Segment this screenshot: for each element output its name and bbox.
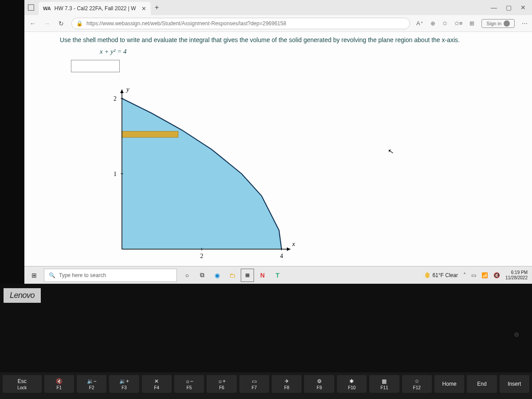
key-f8[interactable]: ✈F8 [272, 375, 301, 393]
nav-back-button[interactable]: ← [29, 20, 37, 27]
cortana-icon[interactable]: ○ [180, 269, 194, 282]
x-tick-2: 2 [200, 253, 203, 259]
window-maximize-button[interactable]: ▢ [506, 4, 512, 11]
nav-forward-button[interactable]: → [43, 20, 51, 27]
read-aloud-icon[interactable]: A⁺ [416, 20, 423, 27]
shell-strip [122, 131, 178, 137]
signin-label: Sign in [486, 21, 501, 26]
zoom-icon[interactable]: ⊕ [430, 20, 435, 27]
tab-title: HW 7.3 - Cal2 22FA, Fall 2022 | W [55, 5, 136, 12]
y-tick-2: 2 [113, 95, 117, 102]
key-home[interactable]: Home [434, 375, 464, 393]
taskbar-search[interactable]: 🔍 Type here to search [44, 269, 177, 282]
clock-date: 11/28/2022 [505, 275, 528, 281]
moon-icon [423, 272, 430, 278]
x-axis-arrow [287, 247, 290, 251]
url-text: https://www.webassign.net/web/Student/As… [86, 20, 286, 27]
key-f9[interactable]: ⚙F9 [304, 375, 334, 393]
mouse-cursor-icon: ↖ [387, 147, 394, 156]
key-esc-label: Esc [18, 378, 27, 384]
lock-icon: 🔒 [76, 20, 83, 27]
taskbar-clock[interactable]: 6:19 PM 11/28/2022 [505, 270, 528, 281]
webcam-indicator [514, 332, 519, 337]
new-tab-button[interactable]: + [151, 1, 163, 14]
y-axis-arrow [120, 90, 124, 93]
windows-taskbar: ⊞ 🔍 Type here to search ○ ⧉ ◉ 🗀 ▦ N T 61… [24, 266, 532, 284]
ms-store-icon[interactable]: ▦ [241, 269, 254, 282]
tab-favicon: WA [43, 6, 51, 11]
key-lock-label: Lock [17, 385, 27, 390]
nav-reload-button[interactable]: ↻ [57, 20, 65, 27]
wifi-icon[interactable]: 📶 [481, 272, 488, 278]
shaded-region [122, 98, 282, 249]
answer-input[interactable] [71, 60, 120, 72]
battery-icon[interactable]: ▭ [471, 272, 476, 278]
key-f12[interactable]: ☆F12 [402, 375, 432, 393]
window-minimize-button[interactable]: — [491, 4, 497, 11]
key-f6[interactable]: ☼+F6 [207, 375, 236, 393]
task-view-icon[interactable]: ⧉ [196, 269, 209, 282]
key-f11[interactable]: ▦F11 [369, 375, 399, 393]
laptop-brand-badge: Lenovo [4, 288, 41, 303]
app-n-icon[interactable]: N [256, 269, 269, 282]
key-f7[interactable]: ▭F7 [239, 375, 269, 393]
key-insert[interactable]: Insert [500, 375, 529, 393]
volume-mute-icon[interactable]: 🔇 [493, 272, 500, 278]
tray-chevron-icon[interactable]: ˄ [463, 272, 466, 278]
monitor-screen: WA HW 7.3 - Cal2 22FA, Fall 2022 | W ✕ +… [24, 0, 532, 284]
key-f5[interactable]: ☼−F5 [174, 375, 204, 393]
search-icon: 🔍 [49, 272, 55, 278]
equation-text: x + y² = 4 [24, 46, 532, 60]
signin-button[interactable]: Sign in [481, 19, 515, 28]
key-f10[interactable]: ✱F10 [337, 375, 367, 393]
tab-close-icon[interactable]: ✕ [141, 5, 146, 12]
browser-titlebar: WA HW 7.3 - Cal2 22FA, Fall 2022 | W ✕ +… [24, 0, 532, 15]
avatar-icon [504, 20, 510, 27]
tab-actions-icon[interactable] [28, 4, 34, 11]
key-f1[interactable]: 🔇F1 [44, 375, 74, 393]
key-f3[interactable]: 🔉+F3 [109, 375, 139, 393]
favorites-star-icon[interactable]: ✩ [442, 20, 447, 27]
edge-icon[interactable]: ◉ [211, 269, 224, 282]
system-tray: 61°F Clear ˄ ▭ 📶 🔇 6:19 PM 11/28/2022 [423, 270, 532, 281]
start-button[interactable]: ⊞ [24, 272, 44, 279]
search-placeholder: Type here to search [59, 272, 106, 278]
address-bar[interactable]: 🔒 https://www.webassign.net/web/Student/… [71, 18, 410, 29]
app-t-icon[interactable]: T [271, 269, 284, 282]
more-menu-button[interactable]: ⋯ [522, 20, 528, 27]
x-tick-4: 4 [280, 253, 283, 259]
x-axis-label: x [292, 240, 295, 247]
key-esc[interactable]: Esc Lock [3, 375, 42, 393]
laptop-bezel [0, 284, 532, 372]
question-text: Use the shell method to write and evalua… [24, 32, 532, 46]
key-f4[interactable]: ✕F4 [142, 375, 172, 393]
browser-toolbar: ← → ↻ 🔒 https://www.webassign.net/web/St… [24, 15, 532, 32]
file-explorer-icon[interactable]: 🗀 [226, 269, 239, 282]
y-axis-label: y [125, 86, 129, 93]
favorites-add-icon[interactable]: ✩≡ [454, 20, 463, 27]
weather-widget[interactable]: 61°F Clear [423, 272, 458, 278]
laptop-keyboard: Esc Lock 🔇F1 🔉−F2 🔉+F3 ✕F4 ☼−F5 ☼+F6 ▭F7… [0, 372, 532, 399]
clock-time: 6:19 PM [505, 270, 528, 275]
y-tick-1: 1 [113, 171, 117, 177]
page-content: Use the shell method to write and evalua… [24, 32, 532, 284]
taskbar-pinned-apps: ○ ⧉ ◉ 🗀 ▦ N T [180, 269, 284, 282]
browser-tab[interactable]: WA HW 7.3 - Cal2 22FA, Fall 2022 | W ✕ [39, 2, 151, 15]
key-f2[interactable]: 🔉−F2 [77, 375, 106, 393]
region-plot: 2 4 1 2 y x [104, 85, 295, 267]
weather-text: 61°F Clear [432, 272, 458, 278]
window-close-button[interactable]: ✕ [520, 4, 526, 11]
monitor-left-bezel [0, 0, 24, 284]
collections-icon[interactable]: ⊞ [469, 20, 474, 27]
key-end[interactable]: End [467, 375, 497, 393]
